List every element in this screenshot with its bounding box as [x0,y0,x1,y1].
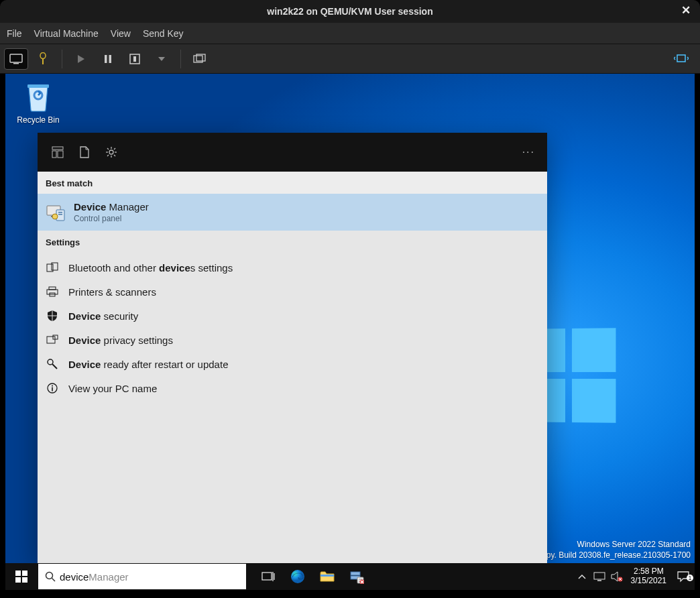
settings-section-label: Settings [38,231,547,253]
svg-rect-10 [677,55,685,62]
search-scope-documents-icon[interactable] [71,139,98,166]
info-icon [46,381,59,395]
svg-point-2 [40,52,46,58]
taskbar-edge-icon[interactable] [284,563,312,590]
vm-shutdown-button[interactable] [123,48,147,70]
svg-rect-27 [58,212,62,213]
best-match-title: Device Manager [74,201,149,213]
build-watermark: Windows Server 2022 Standard copy. Build… [538,539,691,560]
vm-snapshots-button[interactable] [188,48,212,70]
search-more-button[interactable]: ··· [522,146,535,158]
start-search-header: ··· [38,133,547,172]
svg-point-46 [46,573,53,579]
vm-menubar: File Virtual Machine View Send Key [0,23,700,44]
action-center-button[interactable]: 1 [672,571,695,583]
svg-line-38 [52,364,57,369]
svg-rect-42 [15,571,21,576]
action-center-badge: 1 [687,575,693,581]
vm-menu-file[interactable]: File [7,28,22,39]
search-suggestion-text: Manager [89,571,128,583]
result-view-pc-name[interactable]: View your PC name [38,376,547,400]
vm-toolbar [0,44,700,74]
svg-rect-4 [105,55,107,63]
vm-menu-send-key[interactable]: Send Key [143,28,184,39]
svg-rect-41 [52,387,53,392]
svg-rect-28 [58,214,62,215]
svg-rect-45 [22,577,27,583]
taskbar-search-box[interactable]: device Manager [38,564,246,589]
recycle-bin-desktop-icon[interactable]: Recycle Bin [15,82,62,125]
result-label: Bluetooth and other devices settings [68,262,233,274]
svg-rect-3 [42,58,44,64]
result-label: View your PC name [68,383,157,394]
svg-rect-13 [52,151,56,158]
windows-start-icon [15,571,27,583]
vm-pause-button[interactable] [96,48,120,70]
result-bluetooth-settings[interactable]: Bluetooth and other devices settings [38,255,547,280]
vm-close-button[interactable]: ✕ [681,3,691,17]
svg-point-37 [48,359,53,365]
svg-rect-52 [320,575,334,577]
taskbar-server-manager-icon[interactable] [343,563,371,590]
svg-rect-48 [262,573,272,580]
taskbar-clock[interactable]: 2:58 PM 3/15/2021 [626,567,672,586]
recycle-bin-label: Recycle Bin [15,115,62,125]
svg-line-23 [114,148,115,150]
svg-line-21 [114,155,115,156]
tray-volume-icon[interactable] [608,563,626,590]
vm-menu-virtual-machine[interactable]: Virtual Machine [34,28,99,39]
vm-window-title: win2k22 on QEMU/KVM User session [267,6,432,17]
best-match-subtitle: Control panel [74,214,149,223]
settings-results-list: Bluetooth and other devices settings Pri… [38,253,547,400]
wrench-icon [46,357,59,371]
result-device-security[interactable]: Device security [38,304,547,328]
result-label: Printers & scanners [68,286,156,298]
result-device-privacy[interactable]: Device privacy settings [38,328,547,352]
result-device-ready-after-restart[interactable]: Device ready after restart or update [38,352,547,376]
search-typed-text: device [60,571,89,583]
svg-rect-61 [594,573,605,579]
device-manager-icon [46,202,66,223]
vm-shutdown-dropdown[interactable] [150,48,174,70]
search-scope-settings-icon[interactable] [98,139,125,166]
svg-line-47 [52,579,56,582]
tray-overflow-button[interactable] [573,563,591,590]
svg-rect-7 [133,56,136,62]
vm-console-button[interactable] [4,48,28,70]
search-icon [45,571,56,582]
privacy-icon [46,333,59,347]
svg-rect-14 [58,151,63,158]
task-view-button[interactable] [254,563,282,590]
vm-info-button[interactable] [31,48,55,70]
svg-point-15 [109,150,113,154]
desktop-wallpaper[interactable]: Recycle Bin Windows Server 2022 Standard… [5,74,695,590]
vm-fullscreen-button[interactable] [669,48,693,70]
shield-icon [46,309,59,322]
taskbar-file-explorer-icon[interactable] [313,563,341,590]
recycle-bin-icon [24,82,52,113]
svg-rect-1 [13,63,19,64]
result-label: Device privacy settings [68,335,173,346]
start-button[interactable] [5,563,38,590]
printer-icon [46,285,59,298]
svg-rect-32 [49,287,56,290]
search-scope-all-icon[interactable] [44,139,71,166]
svg-rect-11 [27,84,49,88]
svg-rect-5 [109,55,112,63]
vm-play-button[interactable] [69,48,93,70]
svg-rect-35 [47,337,55,343]
svg-rect-53 [351,572,360,575]
best-match-result[interactable]: Device Manager Control panel [38,194,547,231]
result-printers-scanners[interactable]: Printers & scanners [38,280,547,304]
svg-rect-43 [22,571,27,576]
vm-titlebar: win2k22 on QEMU/KVM User session ✕ [0,0,700,23]
guest-desktop: Recycle Bin Windows Server 2022 Standard… [5,74,695,590]
svg-rect-0 [10,54,22,62]
svg-rect-12 [52,147,63,150]
tray-display-icon[interactable] [591,563,608,590]
svg-rect-44 [15,577,21,583]
svg-point-40 [52,385,53,387]
vm-menu-view[interactable]: View [111,28,131,39]
result-label: Device ready after restart or update [68,359,228,370]
best-match-label: Best match [38,172,547,194]
